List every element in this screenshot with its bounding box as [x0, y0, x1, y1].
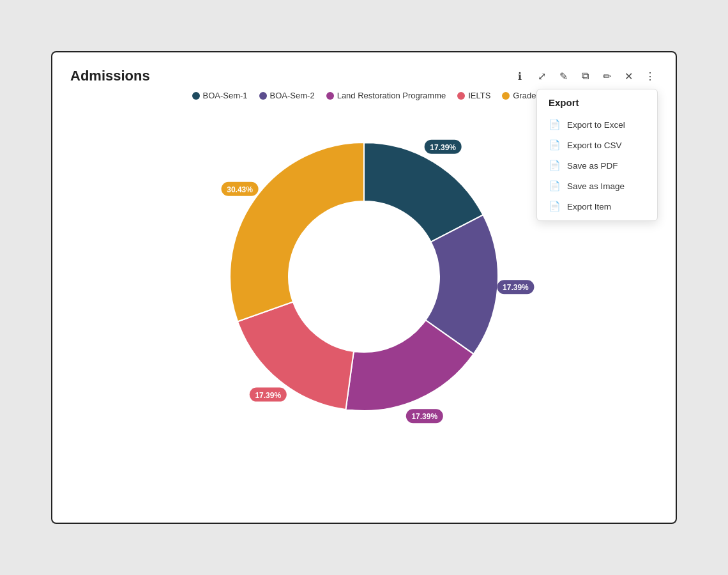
svg-text:17.39%: 17.39% [411, 412, 437, 421]
legend-item-ielts: IELTS [457, 91, 490, 100]
edit-pencil-icon[interactable]: ✎ [556, 68, 571, 84]
export-excel-icon: 📄 [549, 119, 561, 130]
legend-dot-grade [502, 92, 510, 100]
save-pdf-item[interactable]: 📄 Save as PDF [537, 155, 657, 176]
legend-label-boa-sem1: BOA-Sem-1 [203, 91, 248, 100]
legend-label-boa-sem2: BOA-Sem-2 [270, 91, 315, 100]
toolbar: ℹ ⤢ ✎ ⧉ ✏ ✕ ⋮ Export 📄 Export to Excel 📄… [512, 68, 658, 84]
legend-label-grade: Grade [513, 91, 536, 100]
legend-item-boa-sem1: BOA-Sem-1 [192, 91, 248, 100]
export-csv-label: Export to CSV [567, 141, 622, 150]
admissions-card: Admissions ℹ ⤢ ✎ ⧉ ✏ ✕ ⋮ Export 📄 Export… [51, 51, 677, 524]
export-item-icon: 📄 [549, 201, 561, 212]
export-menu-title: Export [537, 96, 657, 114]
legend-dot-land-restoration [326, 92, 334, 100]
paint-icon[interactable]: ✏ [599, 68, 614, 84]
copy-icon[interactable]: ⧉ [577, 68, 593, 84]
svg-text:17.39%: 17.39% [255, 391, 281, 400]
export-excel-item[interactable]: 📄 Export to Excel [537, 114, 657, 135]
more-icon[interactable]: ⋮ [642, 68, 658, 84]
legend-label-ielts: IELTS [468, 91, 490, 100]
export-csv-item[interactable]: 📄 Export to CSV [537, 135, 657, 155]
legend-dot-boa-sem2 [259, 92, 267, 100]
save-pdf-icon: 📄 [549, 160, 561, 171]
legend-item-grade: Grade [502, 91, 536, 100]
save-image-label: Save as Image [567, 181, 625, 191]
export-item-label: Export Item [567, 202, 611, 211]
card-title: Admissions [70, 68, 150, 84]
legend-dot-boa-sem1 [192, 92, 200, 100]
export-item-item[interactable]: 📄 Export Item [537, 196, 657, 217]
legend-item-boa-sem2: BOA-Sem-2 [259, 91, 315, 100]
expand-icon[interactable]: ⤢ [534, 68, 549, 84]
svg-text:30.43%: 30.43% [227, 185, 253, 194]
save-image-icon: 📄 [549, 180, 561, 192]
save-pdf-label: Save as PDF [567, 161, 618, 171]
legend-item-land-restoration: Land Restoration Programme [326, 91, 446, 100]
export-csv-icon: 📄 [549, 139, 561, 151]
donut-chart: 17.39%17.39%17.39%17.39%30.43% [198, 111, 530, 443]
legend-dot-ielts [457, 92, 465, 100]
export-excel-label: Export to Excel [567, 120, 625, 130]
legend-label-land-restoration: Land Restoration Programme [337, 91, 446, 100]
svg-text:17.39%: 17.39% [430, 143, 456, 152]
close-icon[interactable]: ✕ [621, 68, 636, 84]
info-icon[interactable]: ℹ [512, 68, 527, 84]
donut-hole [289, 201, 439, 352]
export-menu: Export 📄 Export to Excel 📄 Export to CSV… [536, 89, 658, 221]
save-image-item[interactable]: 📄 Save as Image [537, 176, 657, 196]
svg-text:17.39%: 17.39% [503, 283, 529, 292]
card-header: Admissions ℹ ⤢ ✎ ⧉ ✏ ✕ ⋮ Export 📄 Export… [70, 68, 658, 84]
